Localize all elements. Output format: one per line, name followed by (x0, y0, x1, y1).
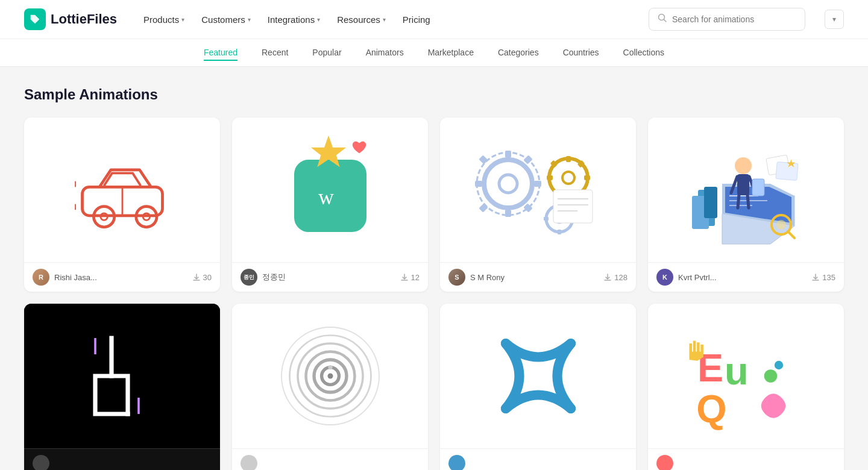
card-footer-2: 종민 정종민 12 (232, 262, 428, 292)
card-author-4: K Kvrt Pvtrl... (656, 269, 717, 286)
avatar-5 (33, 455, 49, 470)
card-author-5 (33, 455, 54, 470)
svg-point-15 (484, 160, 532, 208)
card-preview-4 (648, 118, 844, 262)
svg-point-59 (776, 220, 786, 230)
sub-nav-countries[interactable]: Countries (563, 45, 599, 61)
sub-nav-marketplace[interactable]: Marketplace (428, 45, 474, 61)
svg-text:u: u (725, 349, 749, 393)
card-author-8 (656, 455, 678, 470)
sub-nav-animators[interactable]: Animators (366, 45, 404, 61)
section-title: Sample Animations (24, 86, 844, 103)
card-author-2: 종민 정종민 (241, 269, 286, 286)
nav-pricing[interactable]: Pricing (395, 10, 438, 30)
card-preview-7 (440, 304, 636, 448)
header-dropdown-button[interactable]: ▾ (825, 10, 844, 29)
animation-card-6[interactable] (232, 304, 428, 470)
download-icon-4 (811, 273, 820, 281)
card-preview-6 (232, 304, 428, 448)
svg-rect-24 (479, 203, 488, 213)
svg-rect-22 (479, 155, 488, 164)
svg-rect-61 (775, 162, 797, 181)
sub-nav-collections[interactable]: Collections (623, 45, 664, 61)
animation-card-8[interactable]: E u Q (648, 304, 844, 470)
nav-integrations[interactable]: Integrations ▾ (260, 10, 327, 30)
products-chevron-icon: ▾ (181, 16, 184, 23)
heart-icon (351, 139, 368, 156)
card-author-7 (448, 455, 470, 470)
card-downloads-4: 135 (811, 273, 835, 282)
svg-line-55 (747, 195, 749, 208)
search-box (649, 8, 805, 31)
author-name-3: S M Rony (470, 273, 505, 282)
logo[interactable]: LottieFiles (24, 8, 117, 30)
card-author-1: R Rishi Jasa... (33, 269, 97, 286)
svg-line-58 (788, 231, 794, 238)
search-input[interactable] (672, 14, 793, 24)
wishlist-icon: w (312, 178, 348, 214)
card-preview-2: w (232, 118, 428, 262)
avatar-4: K (656, 269, 673, 286)
animation-card-5[interactable] (24, 304, 220, 470)
avatar-3: S (448, 269, 465, 286)
svg-point-77 (764, 369, 777, 383)
animation-grid: R Rishi Jasa... 30 (24, 118, 844, 470)
header: LottieFiles Products ▾ Customers ▾ Integ… (0, 0, 868, 67)
card-preview-1 (24, 118, 220, 262)
animation-card-4[interactable]: K Kvrt Pvtrl... 135 (648, 118, 844, 292)
main-content: Sample Animations (0, 67, 868, 470)
svg-point-16 (499, 175, 517, 193)
card-footer-8 (648, 448, 844, 470)
animation-card-2[interactable]: w 종민 정종민 (232, 118, 428, 292)
card-footer-7 (440, 448, 636, 470)
text-animation: E u Q (680, 322, 813, 430)
animation-card-7[interactable] (440, 304, 636, 470)
sub-nav-categories[interactable]: Categories (498, 45, 539, 61)
svg-rect-18 (505, 210, 511, 217)
svg-point-73 (328, 365, 332, 369)
svg-line-54 (738, 195, 739, 208)
author-name-4: Kvrt Pvtrl... (678, 273, 717, 282)
card-footer-6 (232, 448, 428, 470)
card-preview-3 (440, 118, 636, 262)
svg-point-26 (562, 172, 574, 184)
integrations-chevron-icon: ▾ (317, 16, 320, 23)
customers-chevron-icon: ▾ (248, 16, 251, 23)
sub-nav-featured[interactable]: Featured (204, 45, 237, 61)
chevron-down-icon: ▾ (832, 15, 836, 24)
svg-text:w: w (318, 185, 334, 209)
sub-nav-recent[interactable]: Recent (262, 45, 288, 61)
nav-products[interactable]: Products ▾ (136, 10, 192, 30)
card-author-6 (241, 455, 262, 470)
avatar-7 (448, 455, 465, 470)
card-preview-8: E u Q (648, 304, 844, 448)
svg-point-72 (327, 374, 333, 379)
animation-card-3[interactable]: S S M Rony 128 (440, 118, 636, 292)
svg-rect-36 (558, 230, 561, 234)
card-footer-4: K Kvrt Pvtrl... 135 (648, 262, 844, 292)
card-downloads-3: 128 (603, 273, 627, 282)
avatar-8 (656, 455, 673, 470)
sub-nav-popular[interactable]: Popular (312, 45, 341, 61)
resources-chevron-icon: ▾ (383, 16, 386, 23)
svg-rect-39 (553, 190, 593, 223)
avatar-6 (241, 455, 257, 470)
nav-customers[interactable]: Customers ▾ (194, 10, 258, 30)
card-preview-5 (24, 304, 220, 448)
main-nav: Products ▾ Customers ▾ Integrations ▾ Re… (136, 10, 629, 30)
svg-rect-17 (505, 151, 511, 158)
author-name-2: 정종민 (262, 272, 286, 283)
svg-line-1 (664, 20, 667, 22)
svg-rect-29 (584, 175, 590, 180)
logo-text: LottieFiles (51, 11, 117, 27)
svg-rect-51 (737, 174, 749, 195)
download-icon-1 (192, 273, 201, 281)
nav-resources[interactable]: Resources ▾ (330, 10, 393, 30)
svg-rect-38 (544, 217, 549, 221)
logo-icon (24, 8, 46, 30)
animation-card-1[interactable]: R Rishi Jasa... 30 (24, 118, 220, 292)
download-icon-2 (400, 273, 409, 281)
svg-rect-27 (566, 156, 571, 162)
star-icon (307, 132, 350, 174)
svg-rect-56 (752, 179, 764, 196)
